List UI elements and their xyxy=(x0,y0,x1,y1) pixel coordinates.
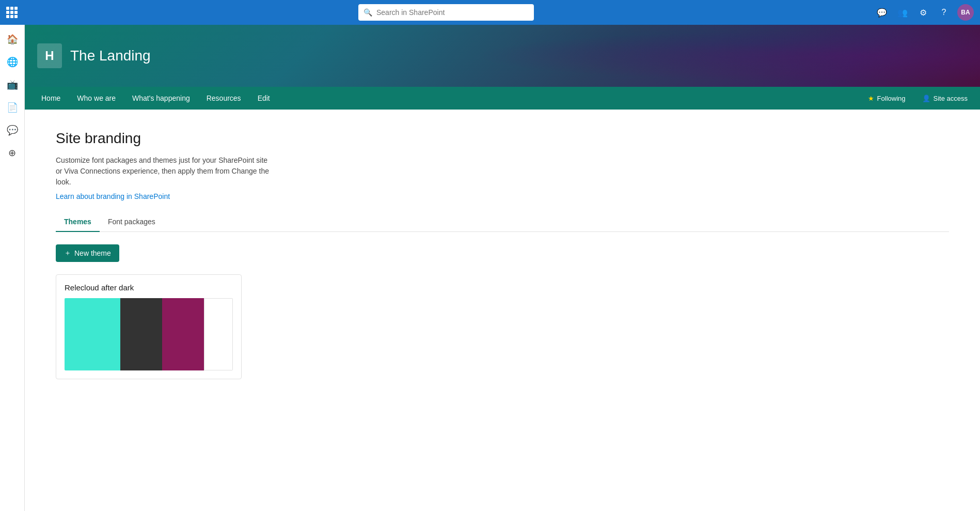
help-icon[interactable]: ? xyxy=(937,5,951,20)
search-box[interactable]: 🔍 xyxy=(358,4,534,21)
content-area: H The Landing Home Who we are What's hap… xyxy=(25,25,980,511)
topbar-center: 🔍 xyxy=(18,4,875,21)
page-description: Customize font packages and themes just … xyxy=(56,155,273,188)
sidebar-document[interactable]: 📄 xyxy=(2,97,23,118)
plus-icon: ＋ xyxy=(64,249,71,258)
new-theme-button[interactable]: ＋ New theme xyxy=(56,244,119,262)
site-header: H The Landing xyxy=(25,25,980,87)
sidebar-globe[interactable]: 🌐 xyxy=(2,52,23,72)
site-access-label: Site access xyxy=(934,95,968,102)
main-layout: 🏠 🌐 📺 📄 💬 ⊕ H The Landing Home Who we ar… xyxy=(0,25,980,511)
settings-icon[interactable]: ⚙ xyxy=(916,5,930,20)
swatch-dark-gray xyxy=(120,298,162,370)
search-magnifier-icon: 🔍 xyxy=(363,8,372,17)
tab-themes[interactable]: Themes xyxy=(56,213,100,232)
following-label: Following xyxy=(877,95,906,102)
star-icon: ★ xyxy=(868,95,874,102)
following-button[interactable]: ★ Following xyxy=(864,92,910,104)
chat-icon[interactable]: 💬 xyxy=(875,5,889,20)
learn-link[interactable]: Learn about branding in SharePoint xyxy=(56,192,170,200)
sidebar-home[interactable]: 🏠 xyxy=(2,29,23,50)
nav-resources[interactable]: Resources xyxy=(198,87,249,110)
new-theme-label: New theme xyxy=(74,249,111,257)
nav-edit[interactable]: Edit xyxy=(249,87,278,110)
people-icon[interactable]: 👥 xyxy=(895,5,910,20)
avatar[interactable]: BA xyxy=(957,4,974,21)
nav-who-we-are[interactable]: Who we are xyxy=(69,87,124,110)
search-input[interactable] xyxy=(376,8,529,17)
topbar-left xyxy=(6,7,18,18)
swatch-cyan xyxy=(65,298,120,370)
navbar-links: Home Who we are What's happening Resourc… xyxy=(33,87,864,110)
tabs-row: Themes Font packages xyxy=(56,213,949,232)
sidebar-add[interactable]: ⊕ xyxy=(2,143,23,163)
topbar-right: 💬 👥 ⚙ ? BA xyxy=(875,4,974,21)
site-access-button[interactable]: 👤 Site access xyxy=(918,92,972,104)
navbar-right: ★ Following 👤 Site access xyxy=(864,92,972,104)
people-icon: 👤 xyxy=(922,95,930,102)
theme-card-title: Relecloud after dark xyxy=(65,283,233,292)
site-title: The Landing xyxy=(70,48,151,64)
waffle-icon[interactable] xyxy=(6,7,18,18)
topbar: 🔍 💬 👥 ⚙ ? BA xyxy=(0,0,980,25)
page-title: Site branding xyxy=(56,130,949,147)
color-swatches xyxy=(65,298,233,370)
page-content: Site branding Customize font packages an… xyxy=(25,110,980,511)
tab-font-packages[interactable]: Font packages xyxy=(100,213,164,232)
swatch-purple xyxy=(162,298,204,370)
nav-home[interactable]: Home xyxy=(33,87,69,110)
nav-whats-happening[interactable]: What's happening xyxy=(124,87,198,110)
sidebar: 🏠 🌐 📺 📄 💬 ⊕ xyxy=(0,25,25,511)
theme-card: Relecloud after dark xyxy=(56,274,242,379)
sidebar-chat[interactable]: 💬 xyxy=(2,120,23,141)
site-logo: H xyxy=(37,43,62,68)
sidebar-feed[interactable]: 📺 xyxy=(2,74,23,95)
navbar: Home Who we are What's happening Resourc… xyxy=(25,87,980,110)
swatch-white xyxy=(204,298,233,370)
